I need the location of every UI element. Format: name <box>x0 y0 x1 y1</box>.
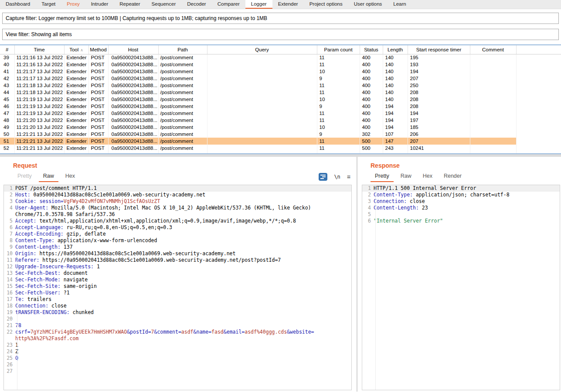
menu-tab-decoder[interactable]: Decoder <box>181 0 211 9</box>
menu-tab-learn[interactable]: Learn <box>388 0 411 9</box>
code-line: 18Connection: close <box>4 303 351 309</box>
view-filter-bar[interactable]: View filter: Showing all items <box>2 29 559 40</box>
response-tab-raw[interactable]: Raw <box>396 172 416 182</box>
line-number: 3 <box>4 198 15 205</box>
cell-comment <box>470 82 516 89</box>
menu-tab-repeater[interactable]: Repeater <box>114 0 146 9</box>
response-tab-hex[interactable]: Hex <box>418 172 437 182</box>
column-header-host[interactable]: Host <box>108 45 158 54</box>
column-header-time[interactable]: Time <box>14 45 64 54</box>
menu-tab-project-options[interactable]: Project options <box>304 0 348 9</box>
line-number: 27 <box>4 368 15 375</box>
column-header-query[interactable]: Query <box>207 45 317 54</box>
response-editor[interactable]: 1HTTP/1.1 500 Internal Server Error2Cont… <box>362 185 560 390</box>
log-row-50[interactable]: 5011:21:21 13 Jul 2022ExtenderPOST0a9500… <box>0 131 561 138</box>
code-segment: asdf%40ggg.cds <box>245 329 287 335</box>
code-segment: application/json; charset=utf-8 <box>413 192 510 198</box>
cell-params: 10 <box>317 96 360 103</box>
cell-tool: Extender <box>64 68 88 75</box>
log-row-49[interactable]: 4911:21:20 13 Jul 2022ExtenderPOST0a9500… <box>0 124 561 131</box>
cell-time: 11:21:20 13 Jul 2022 <box>14 117 64 124</box>
column-header-id[interactable]: # <box>0 45 14 54</box>
cell-host: 0a9500020413d88... <box>108 54 158 61</box>
cell-time: 11:21:19 13 Jul 2022 <box>14 96 64 103</box>
cell-method: POST <box>88 75 108 82</box>
menu-tab-comparer[interactable]: Comparer <box>212 0 245 9</box>
code-segment: document <box>61 270 88 276</box>
menu-tab-target[interactable]: Target <box>36 0 61 9</box>
menu-tab-proxy[interactable]: Proxy <box>61 0 85 9</box>
column-header-status[interactable]: Status <box>360 45 383 54</box>
code-segment: Chrome/71.0.3578.98 Safari/537.36 <box>15 211 115 217</box>
column-header-tool[interactable]: Tool∧ <box>64 45 88 54</box>
cell-length: 140 <box>383 61 408 68</box>
request-tab-hex[interactable]: Hex <box>61 172 79 182</box>
code-line: 11Referer: https://0a9500020413d88ac08c5… <box>4 257 351 264</box>
cell-status: 400 <box>360 54 383 61</box>
code-text: Connection: close <box>374 198 560 205</box>
cell-filler <box>516 96 561 103</box>
log-row-46[interactable]: 4611:21:19 13 Jul 2022ExtenderPOST0a9500… <box>0 103 561 110</box>
code-text: Accept-Encoding: gzip, deflate <box>15 231 351 237</box>
column-header-length[interactable]: Length <box>383 45 408 54</box>
line-number: 25 <box>4 355 15 362</box>
code-segment: 7 <box>151 329 154 335</box>
column-label: Query <box>255 47 269 52</box>
code-segment: same-origin <box>61 283 97 289</box>
log-row-41[interactable]: 4111:21:17 13 Jul 2022ExtenderPOST0a9500… <box>0 68 561 75</box>
cell-time: 11:21:21 13 Jul 2022 <box>14 138 64 145</box>
cell-id: 52 <box>0 145 14 152</box>
log-row-52[interactable]: 5211:21:21 13 Jul 2022ExtenderPOST0a9500… <box>0 145 561 152</box>
code-segment: Content-Length: <box>15 244 61 250</box>
code-text: Sec-Fetch-Dest: document <box>15 270 351 277</box>
log-row-45[interactable]: 4511:21:19 13 Jul 2022ExtenderPOST0a9500… <box>0 96 561 103</box>
log-row-42[interactable]: 4211:21:17 13 Jul 2022ExtenderPOST0a9500… <box>0 75 561 82</box>
code-line: 1POST /post/comment HTTP/1.1 <box>4 185 351 192</box>
menu-tab-logger[interactable]: Logger <box>245 0 272 9</box>
response-tab-render[interactable]: Render <box>439 172 466 182</box>
menu-tab-dashboard[interactable]: Dashboard <box>0 0 36 9</box>
menu-tab-sequencer[interactable]: Sequencer <box>146 0 182 9</box>
cell-path: /post/comment <box>158 96 207 103</box>
capture-filter-bar[interactable]: Capture filter: Logger memory limit set … <box>2 13 559 24</box>
cell-status: 400 <box>360 75 383 82</box>
column-header-param-count[interactable]: Param count <box>317 45 360 54</box>
code-line: 4User-Agent: Mozilla/5.0 (Macintosh; Int… <box>4 205 351 211</box>
log-row-39[interactable]: 3911:21:16 13 Jul 2022ExtenderPOST0a9500… <box>0 54 561 61</box>
response-tab-pretty[interactable]: Pretty <box>371 172 394 182</box>
log-row-44[interactable]: 4411:21:18 13 Jul 2022ExtenderPOST0a9500… <box>0 89 561 96</box>
request-editor[interactable]: 1POST /post/comment HTTP/1.12Host: 0a950… <box>3 185 352 390</box>
cell-path: /post/comment <box>158 82 207 89</box>
pretty-print-icon[interactable] <box>319 173 327 181</box>
column-label: Length <box>388 47 403 52</box>
menu-tab-extender[interactable]: Extender <box>272 0 304 9</box>
column-label: Method <box>90 47 106 52</box>
cell-method: POST <box>88 145 108 152</box>
code-segment: http%3A%2F%2Fasdf.com <box>15 335 78 341</box>
newline-toggle-icon[interactable]: \n <box>334 174 340 180</box>
code-segment: Connection: <box>15 303 48 309</box>
cell-params: 11 <box>317 138 360 145</box>
log-row-48[interactable]: 4811:21:20 13 Jul 2022ExtenderPOST0a9500… <box>0 117 561 124</box>
menu-tab-intruder[interactable]: Intruder <box>85 0 114 9</box>
cell-length: 140 <box>383 68 408 75</box>
line-number: 9 <box>4 244 15 250</box>
cell-timer: 185 <box>408 124 470 131</box>
editor-menu-icon[interactable]: ≡ <box>347 173 350 180</box>
column-header-start-response-timer[interactable]: Start response timer <box>408 45 470 54</box>
code-text: Content-Type: application/x-www-form-url… <box>15 237 351 244</box>
column-header-comment[interactable]: Comment <box>470 45 516 54</box>
cell-status: 400 <box>360 89 383 96</box>
cell-comment <box>470 61 516 68</box>
request-tab-raw[interactable]: Raw <box>39 172 58 182</box>
log-row-43[interactable]: 4311:21:18 13 Jul 2022ExtenderPOST0a9500… <box>0 82 561 89</box>
log-row-47[interactable]: 4711:21:19 13 Jul 2022ExtenderPOST0a9500… <box>0 110 561 117</box>
cell-method: POST <box>88 68 108 75</box>
log-row-51[interactable]: 5111:21:21 13 Jul 2022ExtenderPOST0a9500… <box>0 138 561 145</box>
line-number: 1 <box>362 185 374 192</box>
log-row-40[interactable]: 4011:21:16 13 Jul 2022ExtenderPOST0a9500… <box>0 61 561 68</box>
column-header-path[interactable]: Path <box>158 45 207 54</box>
line-number: 8 <box>4 237 15 244</box>
column-header-method[interactable]: Method <box>88 45 108 54</box>
menu-tab-user-options[interactable]: User options <box>348 0 388 9</box>
